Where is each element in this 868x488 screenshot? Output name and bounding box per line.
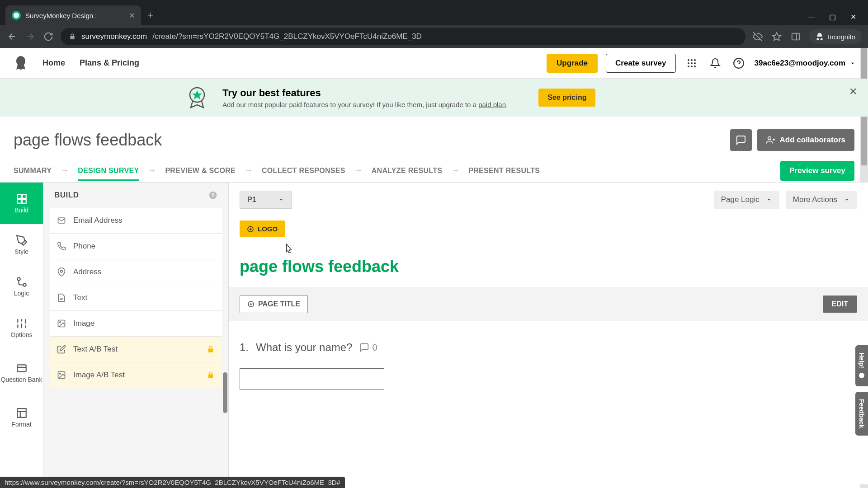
tab-close-icon[interactable]: ✕ [129, 11, 135, 20]
help-tab-label: Help! [858, 352, 865, 368]
step-present[interactable]: PRESENT RESULTS [468, 160, 540, 181]
see-pricing-button[interactable]: See pricing [538, 89, 595, 107]
build-item[interactable]: Email Address [50, 208, 222, 234]
build-item[interactable]: Address [50, 259, 222, 285]
surveymonkey-logo-icon[interactable] [12, 54, 30, 72]
eye-off-icon[interactable] [752, 31, 764, 42]
survey-heading[interactable]: page flows feedback [240, 257, 857, 276]
chat-icon [858, 372, 865, 379]
chevron-down-icon [766, 197, 772, 203]
build-item-label: Image A/B Test [73, 371, 125, 380]
banner-subtitle: Add our most popular paid features to yo… [222, 101, 508, 108]
browser-tab[interactable]: SurveyMonkey Design : ✕ [5, 5, 141, 25]
build-panel: BUILD ? Email AddressPhoneAddressTextIma… [43, 183, 229, 484]
preview-survey-button[interactable]: Preview survey [780, 161, 854, 181]
edit-page-button[interactable]: EDIT [823, 296, 857, 313]
answer-input[interactable] [240, 368, 384, 390]
reload-icon[interactable] [42, 31, 54, 42]
svg-point-35 [61, 270, 63, 272]
maximize-icon[interactable]: ▢ [828, 13, 836, 21]
survey-title[interactable]: page flows feedback [14, 131, 162, 150]
logic-icon [16, 276, 28, 288]
incognito-badge[interactable]: Incognito [809, 29, 862, 44]
help-icon[interactable] [731, 56, 746, 71]
build-item[interactable]: Text [50, 285, 222, 311]
build-icon [16, 193, 28, 205]
rail-label: Logic [14, 290, 29, 297]
question-comments[interactable]: 0 [359, 343, 377, 353]
arrow-icon: → [245, 166, 253, 175]
comments-button[interactable] [730, 129, 752, 151]
help-tab[interactable]: Help! [855, 345, 868, 386]
svg-rect-18 [22, 199, 26, 203]
add-collaborators-button[interactable]: Add collaborators [757, 129, 854, 151]
nav-home[interactable]: Home [42, 58, 65, 68]
medal-icon [184, 85, 210, 110]
new-tab-button[interactable]: + [147, 9, 153, 21]
step-preview[interactable]: PREVIEW & SCORE [165, 160, 236, 181]
banner-close-icon[interactable]: ✕ [849, 86, 857, 98]
rail-label: Question Bank [1, 376, 42, 384]
close-window-icon[interactable]: ✕ [849, 13, 857, 21]
build-item[interactable]: Text A/B Test [50, 337, 222, 362]
options-icon [16, 318, 28, 329]
ab-icon [57, 345, 66, 354]
back-icon[interactable] [6, 31, 18, 42]
page-selector[interactable]: P1 [240, 191, 292, 209]
svg-point-5 [694, 59, 696, 61]
star-icon[interactable] [771, 31, 783, 42]
rail-options[interactable]: Options [0, 307, 43, 349]
text-icon [57, 293, 66, 302]
favicon-icon [12, 11, 21, 20]
apps-grid-icon[interactable] [684, 56, 699, 71]
forward-icon[interactable] [24, 31, 36, 42]
comment-icon [359, 343, 369, 352]
paid-plan-link[interactable]: paid plan [478, 101, 506, 108]
account-menu[interactable]: 39ac6e23@moodjoy.com [755, 59, 856, 68]
upgrade-button[interactable]: Upgrade [547, 54, 598, 73]
bell-icon[interactable] [708, 56, 723, 71]
rail-question-bank[interactable]: Question Bank [0, 349, 43, 397]
rail-build[interactable]: Build [0, 183, 43, 224]
feedback-tab[interactable]: Feedback [855, 392, 868, 436]
step-collect[interactable]: COLLECT RESPONSES [262, 160, 345, 181]
step-design[interactable]: DESIGN SURVEY [78, 160, 139, 181]
step-summary[interactable]: SUMMARY [14, 160, 52, 181]
svg-point-10 [691, 66, 693, 67]
add-page-title-button[interactable]: PAGE TITLE [240, 295, 308, 313]
arrow-icon: → [61, 166, 69, 175]
rail-logic[interactable]: Logic [0, 266, 43, 307]
add-logo-button[interactable]: LOGO [240, 221, 285, 237]
svg-marker-0 [773, 33, 781, 40]
arrow-icon: → [148, 166, 156, 175]
build-item[interactable]: Phone [50, 234, 222, 259]
create-survey-button[interactable]: Create survey [606, 54, 675, 73]
url-path: /create/?sm=rsYO2R2V0EQOY5T4G_2BLCZYkovX… [152, 32, 422, 41]
rail-format[interactable]: Format [0, 397, 43, 438]
question-block[interactable]: 1. What is your name? 0 [229, 321, 868, 401]
build-item[interactable]: Image [50, 311, 222, 337]
account-email: 39ac6e23@moodjoy.com [755, 59, 845, 68]
svg-point-7 [691, 62, 693, 64]
lock-icon [207, 371, 215, 379]
panel-icon[interactable] [790, 31, 802, 42]
secure-icon [69, 33, 76, 40]
svg-marker-14 [192, 90, 202, 99]
url-field[interactable]: surveymonkey.com/create/?sm=rsYO2R2V0EQO… [61, 28, 745, 45]
window-controls: — ▢ ✕ [807, 13, 868, 25]
user-plus-icon [766, 136, 775, 145]
svg-rect-15 [17, 194, 21, 198]
build-item[interactable]: Image A/B Test [50, 362, 222, 388]
help-circle-icon[interactable]: ? [208, 191, 217, 200]
tab-title: SurveyMonkey Design : [25, 12, 97, 19]
step-analyze[interactable]: ANALYZE RESULTS [372, 160, 443, 181]
mail-icon [57, 216, 66, 225]
panel-scrollbar[interactable] [223, 372, 227, 413]
minimize-icon[interactable]: — [807, 13, 816, 21]
nav-plans-pricing[interactable]: Plans & Pricing [80, 58, 139, 68]
rail-style[interactable]: Style [0, 224, 43, 266]
build-item-label: Email Address [73, 216, 123, 225]
build-item-label: Address [73, 267, 101, 277]
more-actions-dropdown[interactable]: More Actions [786, 191, 857, 209]
page-logic-dropdown[interactable]: Page Logic [714, 191, 779, 209]
